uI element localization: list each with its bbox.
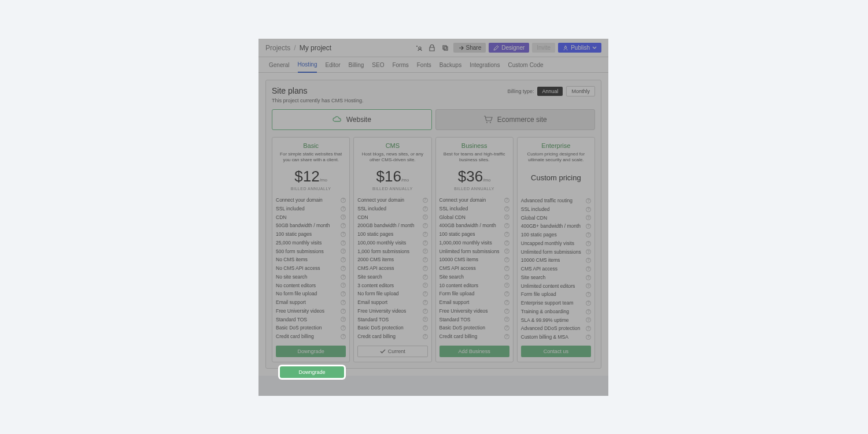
- info-icon[interactable]: ?: [341, 283, 346, 288]
- info-icon[interactable]: ?: [504, 240, 509, 246]
- info-icon[interactable]: ?: [504, 291, 509, 296]
- info-icon[interactable]: ?: [423, 240, 428, 246]
- info-icon[interactable]: ?: [341, 291, 346, 296]
- info-icon[interactable]: ?: [504, 325, 509, 331]
- add-collaborator-icon[interactable]: [413, 43, 424, 53]
- info-icon[interactable]: ?: [586, 317, 591, 322]
- info-icon[interactable]: ?: [586, 249, 591, 254]
- info-icon[interactable]: ?: [423, 317, 428, 322]
- info-icon[interactable]: ?: [586, 207, 591, 212]
- info-icon[interactable]: ?: [341, 240, 346, 246]
- info-icon[interactable]: ?: [586, 224, 591, 229]
- cloud-icon: [333, 116, 342, 123]
- tab-fonts[interactable]: Fonts: [417, 57, 431, 73]
- share-button[interactable]: Share: [453, 43, 486, 53]
- site-type-ecommerce[interactable]: Ecommerce site: [435, 109, 596, 130]
- info-icon[interactable]: ?: [504, 248, 509, 254]
- info-icon[interactable]: ?: [341, 248, 346, 254]
- info-icon[interactable]: ?: [504, 223, 509, 228]
- info-icon[interactable]: ?: [586, 326, 591, 331]
- tab-seo[interactable]: SEO: [372, 57, 384, 73]
- feature-item: 1,000 form submissions?: [357, 248, 427, 255]
- billing-annual[interactable]: Annual: [537, 87, 563, 96]
- info-icon[interactable]: ?: [423, 291, 428, 296]
- tab-general[interactable]: General: [269, 57, 290, 73]
- info-icon[interactable]: ?: [586, 258, 591, 263]
- info-icon[interactable]: ?: [504, 317, 509, 322]
- plan-button-enterprise[interactable]: Contact us: [521, 346, 591, 357]
- info-icon[interactable]: ?: [423, 266, 428, 271]
- info-icon[interactable]: ?: [423, 214, 428, 220]
- info-icon[interactable]: ?: [341, 266, 346, 271]
- info-icon[interactable]: ?: [423, 300, 428, 305]
- info-icon[interactable]: ?: [341, 257, 346, 262]
- tab-integrations[interactable]: Integrations: [470, 57, 500, 73]
- info-icon[interactable]: ?: [341, 325, 346, 331]
- lock-icon[interactable]: [427, 43, 437, 53]
- publish-label: Publish: [571, 44, 590, 51]
- site-type-website[interactable]: Website: [272, 109, 432, 130]
- info-icon[interactable]: ?: [423, 206, 428, 212]
- info-icon[interactable]: ?: [423, 232, 428, 237]
- tab-forms[interactable]: Forms: [392, 57, 408, 73]
- info-icon[interactable]: ?: [504, 198, 509, 203]
- info-icon[interactable]: ?: [586, 292, 591, 297]
- info-icon[interactable]: ?: [423, 257, 428, 262]
- info-icon[interactable]: ?: [586, 232, 591, 238]
- info-icon[interactable]: ?: [504, 206, 509, 212]
- info-icon[interactable]: ?: [423, 275, 428, 280]
- info-icon[interactable]: ?: [341, 206, 346, 212]
- info-icon[interactable]: ?: [341, 214, 346, 220]
- plan-button-cms[interactable]: Current: [357, 346, 427, 357]
- info-icon[interactable]: ?: [423, 198, 428, 203]
- info-icon[interactable]: ?: [586, 241, 591, 246]
- info-icon[interactable]: ?: [586, 275, 591, 280]
- tab-billing[interactable]: Billing: [349, 57, 364, 73]
- site-type-toggle: Website Ecommerce site: [272, 109, 595, 130]
- info-icon[interactable]: ?: [586, 301, 591, 306]
- feature-item: Custom billing & MSA?: [521, 333, 591, 341]
- info-icon[interactable]: ?: [586, 283, 591, 288]
- plan-button-business[interactable]: Add Business: [439, 346, 509, 357]
- info-icon[interactable]: ?: [341, 309, 346, 314]
- info-icon[interactable]: ?: [341, 317, 346, 322]
- feature-text: 10000 CMS items: [521, 257, 560, 264]
- info-icon[interactable]: ?: [341, 275, 346, 280]
- info-icon[interactable]: ?: [586, 309, 591, 314]
- tab-editor[interactable]: Editor: [325, 57, 340, 73]
- info-icon[interactable]: ?: [586, 215, 591, 220]
- info-icon[interactable]: ?: [341, 198, 346, 203]
- tab-backups[interactable]: Backups: [439, 57, 461, 73]
- info-icon[interactable]: ?: [341, 232, 346, 237]
- plan-button-basic[interactable]: Downgrade: [276, 346, 346, 357]
- info-icon[interactable]: ?: [423, 309, 428, 314]
- publish-button[interactable]: Publish: [558, 43, 601, 53]
- info-icon[interactable]: ?: [586, 198, 591, 203]
- info-icon[interactable]: ?: [504, 283, 509, 288]
- info-icon[interactable]: ?: [504, 275, 509, 280]
- info-icon[interactable]: ?: [504, 334, 509, 339]
- info-icon[interactable]: ?: [423, 334, 428, 339]
- info-icon[interactable]: ?: [586, 335, 591, 340]
- info-icon[interactable]: ?: [423, 248, 428, 254]
- info-icon[interactable]: ?: [504, 257, 509, 262]
- info-icon[interactable]: ?: [423, 283, 428, 288]
- breadcrumb-root[interactable]: Projects: [265, 44, 290, 52]
- tab-hosting[interactable]: Hosting: [298, 57, 317, 73]
- invite-button[interactable]: Invite: [532, 43, 555, 53]
- info-icon[interactable]: ?: [504, 300, 509, 305]
- info-icon[interactable]: ?: [341, 300, 346, 305]
- billing-monthly[interactable]: Monthly: [566, 86, 595, 97]
- designer-button[interactable]: Designer: [489, 43, 529, 53]
- info-icon[interactable]: ?: [341, 334, 346, 339]
- info-icon[interactable]: ?: [586, 266, 591, 272]
- info-icon[interactable]: ?: [341, 223, 346, 228]
- info-icon[interactable]: ?: [504, 309, 509, 314]
- info-icon[interactable]: ?: [504, 266, 509, 271]
- info-icon[interactable]: ?: [504, 232, 509, 237]
- info-icon[interactable]: ?: [423, 325, 428, 331]
- info-icon[interactable]: ?: [423, 223, 428, 228]
- info-icon[interactable]: ?: [504, 214, 509, 220]
- tab-custom-code[interactable]: Custom Code: [508, 57, 543, 73]
- copy-icon[interactable]: [440, 43, 450, 53]
